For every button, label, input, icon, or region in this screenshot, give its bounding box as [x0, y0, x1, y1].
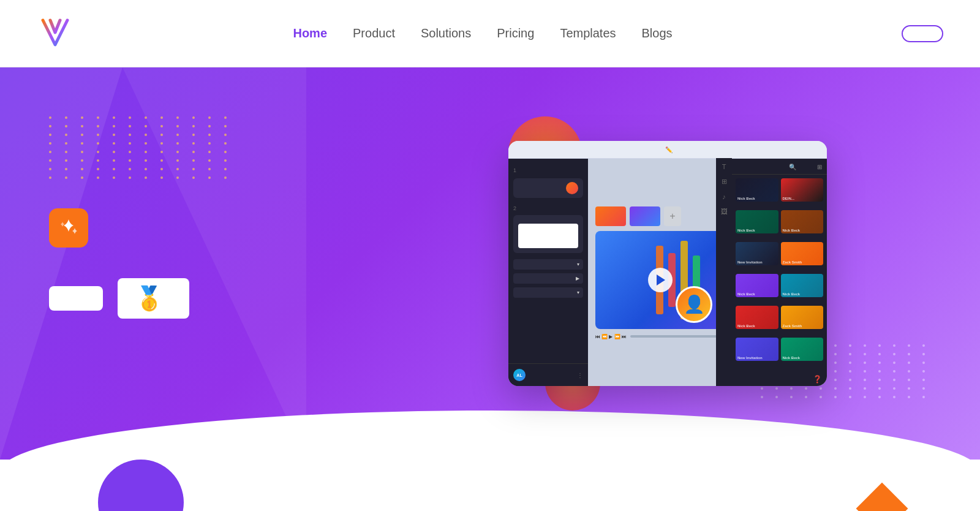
- nav-links: Home Product Solutions Pricing Templates…: [293, 26, 672, 40]
- bottom-teaser: [0, 460, 980, 511]
- side-toolbar: T ⊞ ♪ 🖼: [716, 158, 732, 386]
- template-12[interactable]: Nick Beck: [781, 338, 824, 361]
- logo[interactable]: [37, 15, 81, 52]
- video-preview: 👤: [595, 231, 725, 329]
- german-chevron: ▾: [577, 290, 579, 295]
- timeline-bar[interactable]: [630, 335, 720, 338]
- template-10[interactable]: Zack Smith: [781, 306, 824, 329]
- editor-mockup: ✏️ 1 2: [508, 141, 827, 386]
- user-avatar: AL: [513, 369, 526, 381]
- toolbar-grid-icon[interactable]: ⊞: [722, 178, 727, 186]
- hero-icon-box: [49, 208, 88, 248]
- create-video-button[interactable]: [49, 286, 103, 311]
- nav-pricing[interactable]: Pricing: [497, 26, 534, 40]
- user-menu-icon[interactable]: ⋮: [577, 372, 583, 379]
- avatar-preview: [566, 182, 578, 194]
- template-9[interactable]: Nick Beck: [736, 306, 778, 329]
- editor-controls: ▾ ▶ ▾: [513, 259, 583, 298]
- editor-center-panel: +: [588, 159, 732, 386]
- language-select[interactable]: ▾: [513, 259, 583, 270]
- template-6[interactable]: Zack Smith: [781, 242, 824, 265]
- play-script-select[interactable]: ▶: [513, 273, 583, 284]
- templates-search-icon[interactable]: 🔍: [789, 164, 796, 170]
- nav-right: [884, 25, 943, 42]
- signup-button[interactable]: [902, 25, 943, 42]
- play-button[interactable]: [648, 268, 673, 292]
- nav-solutions[interactable]: Solutions: [421, 26, 471, 40]
- script-text-area[interactable]: [518, 224, 578, 248]
- dots-left: const dotsLeft = document.querySelector(…: [49, 116, 234, 179]
- help-icon[interactable]: ❓: [732, 371, 827, 386]
- nav-product[interactable]: Product: [353, 26, 395, 40]
- nav-home[interactable]: Home: [293, 26, 327, 40]
- toolbar-image-icon[interactable]: 🖼: [721, 208, 728, 215]
- thumb-2[interactable]: [630, 206, 660, 226]
- template-11[interactable]: New Invitation: [736, 338, 778, 361]
- toolbar-music-icon[interactable]: ♪: [722, 193, 726, 200]
- play-chevron: ▶: [576, 276, 579, 281]
- logo-icon: [37, 15, 74, 52]
- user-bar: AL ⋮: [508, 363, 588, 386]
- toolbar-text-icon[interactable]: T: [722, 163, 726, 170]
- template-4[interactable]: Nick Beck: [781, 210, 824, 233]
- ph-medal: 🥇: [135, 287, 164, 310]
- editor-inner: 1 2: [508, 159, 827, 386]
- bottom-circle: [98, 460, 184, 511]
- templates-grid-icon[interactable]: ⊞: [817, 164, 822, 170]
- thumbnail-strip: +: [595, 206, 725, 226]
- hero-sparkle-icon: [58, 217, 80, 239]
- timeline: ⏮ ⏪ ▶ ⏩ ⏭ /: [595, 334, 725, 339]
- avatar-row[interactable]: [513, 178, 583, 198]
- presenter-avatar: 👤: [676, 286, 712, 323]
- template-8[interactable]: Nick Beck: [781, 274, 824, 297]
- templates-header: 🔍 ⊞: [732, 159, 827, 175]
- play-triangle: [657, 274, 665, 286]
- hero-mockup: ✏️ 1 2: [404, 141, 931, 386]
- templates-grid: Nick Beck DEIN... Nick Beck Nick Beck Ne…: [732, 175, 827, 371]
- language-chevron: ▾: [577, 262, 579, 267]
- hero-section: const dotsLeft = document.querySelector(…: [0, 67, 980, 460]
- featured-templates-tab[interactable]: [737, 166, 742, 168]
- my-templates-tab[interactable]: [763, 166, 767, 168]
- template-1[interactable]: Nick Beck: [736, 178, 778, 202]
- german-select[interactable]: ▾: [513, 287, 583, 298]
- nav-blogs[interactable]: Blogs: [642, 26, 673, 40]
- editor-title-bar: ✏️: [508, 141, 827, 159]
- producthunt-badge-button[interactable]: 🥇: [118, 278, 189, 319]
- template-2[interactable]: DEIN...: [781, 178, 824, 202]
- editor-left-panel: 1 2: [508, 159, 588, 386]
- template-3[interactable]: Nick Beck: [736, 210, 778, 233]
- template-7[interactable]: Nick Beck: [736, 274, 778, 297]
- hero-content: 🥇: [49, 208, 368, 319]
- nav-templates[interactable]: Templates: [560, 26, 616, 40]
- navbar: Home Product Solutions Pricing Templates…: [0, 0, 980, 67]
- templates-panel: 🔍 ⊞ Nick Beck DEIN... Nick Beck Nick Bec…: [732, 159, 827, 386]
- storytelling-section: [513, 215, 583, 253]
- hero-buttons: 🥇: [49, 278, 368, 319]
- template-5[interactable]: New Invitation: [736, 242, 778, 265]
- thumb-1[interactable]: [595, 206, 626, 226]
- bottom-diamond: [856, 483, 908, 511]
- thumb-add[interactable]: +: [664, 206, 681, 226]
